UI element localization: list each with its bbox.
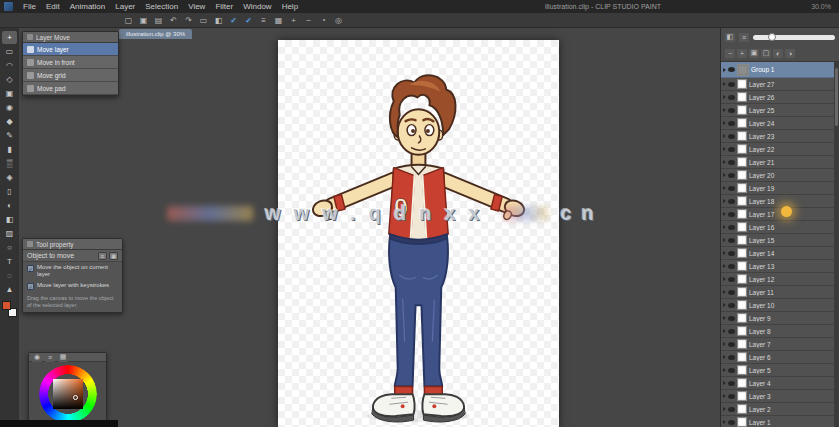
visibility-eye-icon[interactable] [728, 199, 735, 204]
color-picker-marker[interactable] [73, 395, 78, 400]
layers-scrollbar-thumb[interactable] [835, 68, 838, 126]
visibility-eye-icon[interactable] [728, 173, 735, 178]
layers-scrollbar[interactable] [834, 62, 839, 427]
tool-property-header[interactable]: Tool property [23, 239, 122, 250]
blend-tool[interactable]: ◐ [2, 199, 17, 212]
expand-chevron-icon[interactable] [723, 68, 726, 72]
pencil-tool[interactable]: ✎ [2, 129, 17, 142]
visibility-eye-icon[interactable] [728, 316, 735, 321]
zoom-out-icon[interactable]: − [725, 49, 735, 58]
expand-chevron-icon[interactable] [723, 238, 726, 242]
visibility-eye-icon[interactable] [728, 342, 735, 347]
Layer 21[interactable]: Layer 21 [721, 156, 834, 169]
grid-view-icon[interactable]: ▦ [109, 252, 118, 260]
menu-edit[interactable]: Edit [41, 0, 65, 13]
grid-icon[interactable]: ▦ [272, 14, 285, 26]
Group 1[interactable]: Group 1 [721, 62, 834, 78]
expand-chevron-icon[interactable] [723, 251, 726, 255]
Layer 16[interactable]: Layer 16 [721, 221, 834, 234]
visibility-eye-icon[interactable] [728, 95, 735, 100]
fill-icon[interactable]: ◧ [212, 14, 225, 26]
ruler-icon[interactable]: ≡ [257, 14, 270, 26]
visibility-eye-icon[interactable] [728, 381, 735, 386]
move-target-field[interactable]: Object to move ≡ ▦ [23, 250, 122, 262]
save-icon[interactable]: ▤ [152, 14, 165, 26]
menu-layer[interactable]: Layer [110, 0, 140, 13]
snap-on-icon[interactable]: ✓ [227, 14, 240, 26]
zoom-out-icon[interactable]: − [302, 14, 315, 26]
Layer 14[interactable]: Layer 14 [721, 247, 834, 260]
expand-chevron-icon[interactable] [723, 212, 726, 216]
visibility-eye-icon[interactable] [728, 407, 735, 412]
undo-icon[interactable]: ↶ [167, 14, 180, 26]
rotate-left-icon[interactable]: ◐ [773, 49, 783, 58]
visibility-eye-icon[interactable] [728, 160, 735, 165]
foreground-color-swatch[interactable] [2, 301, 11, 310]
checkbox[interactable]: ✓ [27, 283, 34, 290]
color-wheel[interactable] [39, 365, 97, 423]
Layer 3[interactable]: Layer 3 [721, 390, 834, 403]
visibility-eye-icon[interactable] [728, 290, 735, 295]
expand-chevron-icon[interactable] [723, 381, 726, 385]
subtool-panel-header[interactable]: Layer Move [23, 32, 118, 43]
visibility-eye-icon[interactable] [728, 238, 735, 243]
checkbox[interactable]: ✓ [27, 265, 34, 272]
expand-chevron-icon[interactable] [723, 355, 726, 359]
visibility-eye-icon[interactable] [728, 277, 735, 282]
color-circle-icon[interactable]: ◉ [32, 353, 42, 362]
menu-filter[interactable]: Filter [210, 0, 238, 13]
snap-special-ruler-icon[interactable]: ✓ [242, 14, 255, 26]
menu-view[interactable]: View [183, 0, 210, 13]
expand-chevron-icon[interactable] [723, 108, 726, 112]
visibility-eye-icon[interactable] [728, 368, 735, 373]
visibility-eye-icon[interactable] [728, 225, 735, 230]
visibility-eye-icon[interactable] [728, 212, 735, 217]
Layer 27[interactable]: Layer 27 [721, 78, 834, 91]
Layer 12[interactable]: Layer 12 [721, 273, 834, 286]
balloon-tool[interactable]: ◌ [2, 269, 17, 282]
settings-icon[interactable]: ◎ [332, 14, 345, 26]
expand-chevron-icon[interactable] [723, 225, 726, 229]
Layer 1[interactable]: Layer 1 [721, 416, 834, 427]
open-file-icon[interactable]: ▣ [137, 14, 150, 26]
visibility-eye-icon[interactable] [728, 264, 735, 269]
expand-chevron-icon[interactable] [723, 420, 726, 424]
Layer 9[interactable]: Layer 9 [721, 312, 834, 325]
expand-chevron-icon[interactable] [723, 134, 726, 138]
visibility-eye-icon[interactable] [728, 420, 735, 425]
expand-chevron-icon[interactable] [723, 95, 726, 99]
marquee-tool[interactable]: ▭ [2, 45, 17, 58]
menu-file[interactable]: File [18, 0, 41, 13]
expand-chevron-icon[interactable] [723, 394, 726, 398]
expand-chevron-icon[interactable] [723, 186, 726, 190]
expand-chevron-icon[interactable] [723, 342, 726, 346]
redo-icon[interactable]: ↷ [182, 14, 195, 26]
subtool-move-pad[interactable]: Move pad [23, 82, 118, 95]
Layer 2[interactable]: Layer 2 [721, 403, 834, 416]
decoration-tool[interactable]: ◈ [2, 171, 17, 184]
Layer 11[interactable]: Layer 11 [721, 286, 834, 299]
Layer 23[interactable]: Layer 23 [721, 130, 834, 143]
menu-animation[interactable]: Animation [65, 0, 111, 13]
expand-chevron-icon[interactable] [723, 160, 726, 164]
nav-preview-icon[interactable]: ◧ [725, 33, 735, 42]
Layer 8[interactable]: Layer 8 [721, 325, 834, 338]
expand-chevron-icon[interactable] [723, 173, 726, 177]
visibility-eye-icon[interactable] [728, 186, 735, 191]
artboard[interactable]: 0 [278, 40, 559, 427]
expand-chevron-icon[interactable] [723, 316, 726, 320]
subtool-move-layer[interactable]: Move layer [23, 43, 118, 56]
eraser-tool[interactable]: ▯ [2, 185, 17, 198]
color-set-icon[interactable]: ▦ [58, 353, 68, 362]
operation-tool[interactable]: ▲ [2, 283, 17, 296]
visibility-eye-icon[interactable] [728, 329, 735, 334]
visibility-eye-icon[interactable] [728, 394, 735, 399]
Layer 4[interactable]: Layer 4 [721, 377, 834, 390]
visibility-eye-icon[interactable] [728, 121, 735, 126]
visibility-eye-icon[interactable] [728, 251, 735, 256]
crop-tool[interactable]: ▣ [2, 87, 17, 100]
Layer 6[interactable]: Layer 6 [721, 351, 834, 364]
option-move-current-layer[interactable]: ✓ Move the object on current layer [23, 262, 122, 280]
actual-size-icon[interactable]: ▢ [761, 49, 771, 58]
Layer 26[interactable]: Layer 26 [721, 91, 834, 104]
